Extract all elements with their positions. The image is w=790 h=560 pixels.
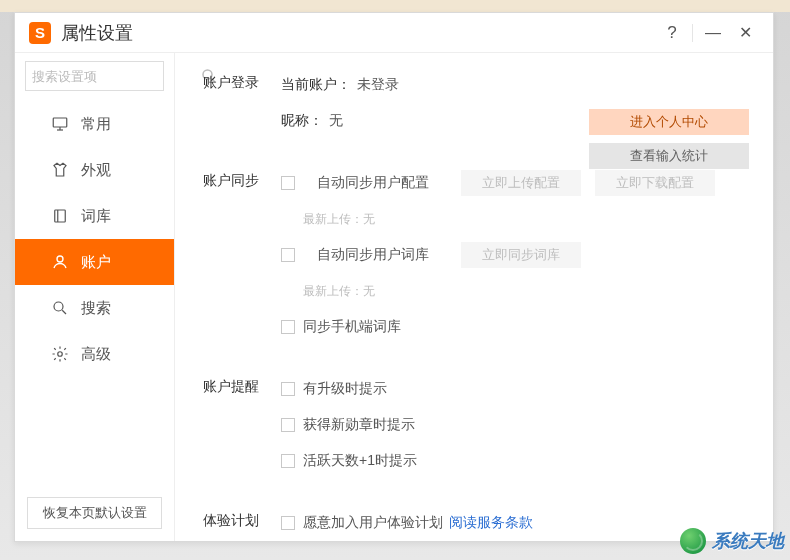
sidebar: 常用 外观 词库 账户 搜索 bbox=[15, 53, 175, 541]
titlebar: S 属性设置 ? — ✕ bbox=[15, 13, 773, 53]
svg-rect-5 bbox=[55, 210, 66, 222]
section-plan: 体验计划 愿意加入用户体验计划 阅读服务条款 bbox=[203, 509, 763, 541]
personal-center-button[interactable]: 进入个人中心 bbox=[589, 109, 749, 135]
section-label: 账户提醒 bbox=[203, 375, 281, 483]
monitor-icon bbox=[51, 115, 69, 133]
upgrade-label: 有升级时提示 bbox=[303, 380, 387, 398]
sync-mobile-label: 同步手机端词库 bbox=[303, 318, 401, 336]
help-button[interactable]: ? bbox=[656, 17, 688, 49]
checkbox-badge[interactable] bbox=[281, 418, 295, 432]
divider bbox=[692, 24, 693, 42]
sync-dict-button[interactable]: 立即同步词库 bbox=[461, 242, 581, 268]
sidebar-item-account[interactable]: 账户 bbox=[15, 239, 174, 285]
svg-point-7 bbox=[57, 256, 63, 262]
sidebar-item-label: 词库 bbox=[81, 207, 111, 226]
svg-point-8 bbox=[54, 302, 63, 311]
search-box[interactable] bbox=[25, 61, 164, 91]
window-title: 属性设置 bbox=[61, 21, 133, 45]
nickname-label: 昵称： bbox=[281, 112, 323, 130]
last-upload-value: 无 bbox=[363, 211, 375, 228]
current-account-label: 当前账户： bbox=[281, 76, 351, 94]
section-label: 账户同步 bbox=[203, 169, 281, 349]
sidebar-item-dict[interactable]: 词库 bbox=[15, 193, 174, 239]
globe-icon bbox=[680, 528, 706, 554]
checkbox-active[interactable] bbox=[281, 454, 295, 468]
sidebar-item-label: 高级 bbox=[81, 345, 111, 364]
settings-window: S 属性设置 ? — ✕ 常用 外观 bbox=[14, 12, 774, 542]
content-pane: 进入个人中心 查看输入统计 账户登录 当前账户： 未登录 昵称： 无 bbox=[175, 53, 773, 541]
shirt-icon bbox=[51, 161, 69, 179]
last-upload-label: 最新上传： bbox=[303, 211, 363, 228]
sidebar-item-label: 账户 bbox=[81, 253, 111, 272]
svg-rect-2 bbox=[53, 118, 67, 127]
input-stats-button[interactable]: 查看输入统计 bbox=[589, 143, 749, 169]
minimize-button[interactable]: — bbox=[697, 17, 729, 49]
watermark: 系统天地 bbox=[680, 528, 784, 554]
checkbox-upgrade[interactable] bbox=[281, 382, 295, 396]
nickname-value: 无 bbox=[329, 112, 343, 130]
gear-icon bbox=[51, 345, 69, 363]
section-label: 账户登录 bbox=[203, 71, 281, 143]
sidebar-item-common[interactable]: 常用 bbox=[15, 101, 174, 147]
sidebar-item-label: 搜索 bbox=[81, 299, 111, 318]
section-sync: 账户同步 自动同步用户配置 立即上传配置 立即下载配置 最新上传： 无 自动 bbox=[203, 169, 763, 349]
user-icon bbox=[51, 253, 69, 271]
checkbox-auto-profile[interactable] bbox=[281, 176, 295, 190]
last-upload2-label: 最新上传： bbox=[303, 283, 363, 300]
active-label: 活跃天数+1时提示 bbox=[303, 452, 417, 470]
close-button[interactable]: ✕ bbox=[729, 17, 761, 49]
sidebar-item-advanced[interactable]: 高级 bbox=[15, 331, 174, 377]
sidebar-item-label: 外观 bbox=[81, 161, 111, 180]
auto-dict-label: 自动同步用户词库 bbox=[317, 246, 447, 264]
terms-link[interactable]: 阅读服务条款 bbox=[449, 514, 533, 532]
app-logo: S bbox=[29, 22, 51, 44]
last-upload2-value: 无 bbox=[363, 283, 375, 300]
current-account-value: 未登录 bbox=[357, 76, 399, 94]
search-icon bbox=[51, 299, 69, 317]
checkbox-plan[interactable] bbox=[281, 516, 295, 530]
section-label: 体验计划 bbox=[203, 509, 281, 541]
upload-profile-button[interactable]: 立即上传配置 bbox=[461, 170, 581, 196]
badge-label: 获得新勋章时提示 bbox=[303, 416, 415, 434]
book-icon bbox=[51, 207, 69, 225]
watermark-text: 系统天地 bbox=[712, 529, 784, 553]
sidebar-item-appearance[interactable]: 外观 bbox=[15, 147, 174, 193]
checkbox-sync-mobile[interactable] bbox=[281, 320, 295, 334]
restore-defaults-button[interactable]: 恢复本页默认设置 bbox=[27, 497, 162, 529]
sidebar-item-label: 常用 bbox=[81, 115, 111, 134]
svg-line-9 bbox=[62, 310, 66, 314]
section-remind: 账户提醒 有升级时提示 获得新勋章时提示 活跃天数+1时提示 bbox=[203, 375, 763, 483]
download-profile-button[interactable]: 立即下载配置 bbox=[595, 170, 715, 196]
svg-point-10 bbox=[58, 352, 63, 357]
plan-label: 愿意加入用户体验计划 bbox=[303, 514, 443, 532]
sidebar-list: 常用 外观 词库 账户 搜索 bbox=[15, 101, 174, 485]
sidebar-item-search[interactable]: 搜索 bbox=[15, 285, 174, 331]
checkbox-auto-dict[interactable] bbox=[281, 248, 295, 262]
auto-profile-label: 自动同步用户配置 bbox=[317, 174, 447, 192]
